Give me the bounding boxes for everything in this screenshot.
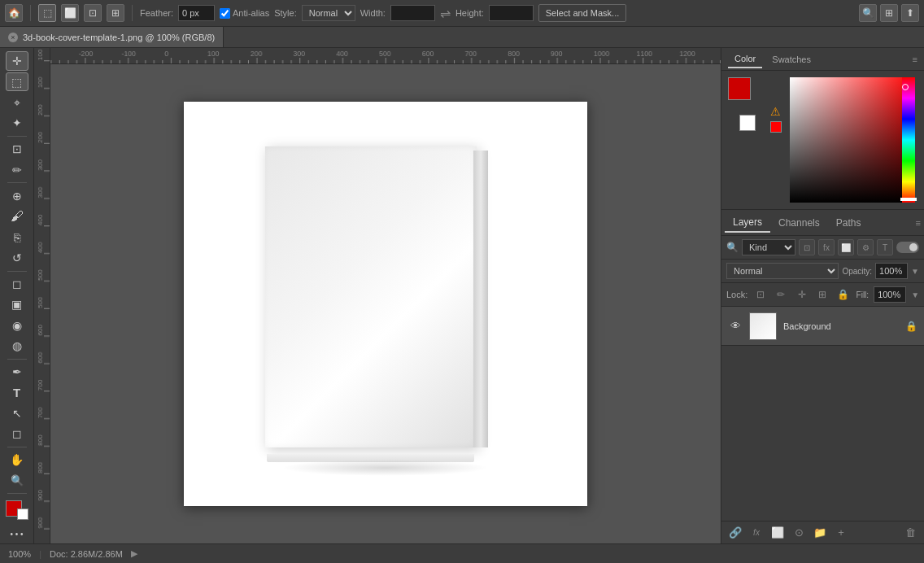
eraser-tool[interactable]: ◻ bbox=[6, 274, 28, 293]
layers-list: 👁 Background 🔒 bbox=[721, 307, 924, 521]
book-mockup bbox=[265, 146, 501, 464]
marquee-transform-icon[interactable]: ⊡ bbox=[84, 4, 102, 22]
opacity-input[interactable] bbox=[875, 263, 908, 279]
status-bar: 100% | Doc: 2.86M/2.86M ▶ bbox=[0, 543, 924, 563]
fill-label: Fill: bbox=[856, 290, 870, 299]
layer-name: Background bbox=[783, 321, 899, 331]
warning-area: ⚠ bbox=[770, 102, 782, 133]
blur-tool[interactable]: ◉ bbox=[6, 316, 28, 334]
style-select[interactable]: Normal bbox=[302, 5, 355, 21]
more-tools[interactable]: • • • bbox=[6, 525, 28, 543]
lock-move-icon[interactable]: ✛ bbox=[794, 286, 809, 303]
height-input[interactable] bbox=[489, 5, 534, 21]
fg-color-swatch[interactable] bbox=[728, 77, 751, 100]
feather-input[interactable] bbox=[178, 5, 215, 21]
book-spine bbox=[473, 151, 488, 447]
filter-pixel-icon[interactable]: ⊡ bbox=[799, 239, 815, 255]
filter-toggle[interactable] bbox=[896, 242, 919, 253]
canvas-scroll-area[interactable] bbox=[50, 64, 721, 543]
lasso-tool[interactable]: ⌖ bbox=[6, 93, 28, 111]
ruler-horizontal bbox=[34, 48, 721, 64]
left-toolbar: ✛ ⬚ ⌖ ✦ ⊡ ✏ ⊕ 🖌 ⎘ ↺ ◻ ▣ ◉ ◍ ✒ T ↖ ◻ ✋ 🔍 … bbox=[0, 48, 34, 543]
eyedropper-tool[interactable]: ✏ bbox=[6, 160, 28, 179]
adjustment-button[interactable]: ⊙ bbox=[790, 524, 808, 542]
filter-type-icon[interactable]: T bbox=[877, 239, 893, 255]
swatches-tab[interactable]: Swatches bbox=[765, 51, 817, 68]
fill-arrow[interactable]: ▼ bbox=[911, 290, 919, 299]
opacity-label: Opacity: bbox=[842, 267, 872, 276]
select-mask-button[interactable]: Select and Mask... bbox=[538, 4, 627, 22]
hue-strip[interactable] bbox=[902, 77, 915, 203]
web-safe-swatch[interactable] bbox=[770, 121, 782, 133]
swap-wh-icon[interactable]: ⇌ bbox=[440, 6, 451, 21]
path-selection-tool[interactable]: ↖ bbox=[6, 404, 28, 422]
layer-item-background[interactable]: 👁 Background 🔒 bbox=[721, 307, 924, 346]
opacity-arrow[interactable]: ▼ bbox=[911, 267, 919, 276]
tool-separator-5 bbox=[7, 447, 27, 447]
fx-button[interactable]: fx bbox=[747, 524, 765, 542]
canvas-area bbox=[34, 48, 721, 543]
crop-tool[interactable]: ⊡ bbox=[6, 140, 28, 159]
bg-color-swatch[interactable] bbox=[739, 115, 756, 131]
lock-draw-icon[interactable]: ✏ bbox=[774, 286, 789, 303]
color-tab[interactable]: Color bbox=[728, 50, 762, 68]
type-tool[interactable]: T bbox=[6, 383, 28, 402]
channels-tab[interactable]: Channels bbox=[770, 214, 828, 232]
marquee-tool[interactable]: ⬚ bbox=[6, 72, 28, 92]
gradient-tool[interactable]: ▣ bbox=[6, 295, 28, 314]
history-brush-tool[interactable]: ↺ bbox=[6, 248, 28, 267]
filter-fx-icon[interactable]: fx bbox=[818, 239, 835, 255]
clone-stamp-tool[interactable]: ⎘ bbox=[6, 228, 28, 247]
gamut-warning-icon[interactable]: ⚠ bbox=[770, 105, 782, 118]
layers-menu-icon[interactable]: ≡ bbox=[916, 218, 921, 228]
kind-filter-select[interactable]: Kind bbox=[742, 239, 795, 255]
marquee-from-center-icon[interactable]: ⊞ bbox=[107, 4, 124, 22]
status-separator: | bbox=[39, 549, 41, 559]
paths-tab[interactable]: Paths bbox=[828, 214, 870, 232]
hand-tool[interactable]: ✋ bbox=[6, 451, 28, 469]
marquee-rect-icon[interactable]: ⬚ bbox=[38, 4, 56, 22]
lock-artboard-icon[interactable]: ⊞ bbox=[815, 286, 830, 303]
group-button[interactable]: 📁 bbox=[811, 524, 829, 542]
move-tool[interactable]: ✛ bbox=[6, 51, 28, 71]
brush-tool[interactable]: 🖌 bbox=[6, 207, 28, 226]
anti-alias-checkbox[interactable] bbox=[220, 8, 230, 19]
lock-pixel-icon[interactable]: ⊡ bbox=[752, 286, 768, 303]
width-label: Width: bbox=[360, 8, 386, 18]
width-input[interactable] bbox=[390, 5, 435, 21]
canvas-document[interactable] bbox=[184, 102, 587, 506]
toolbar-bg-swatch[interactable] bbox=[17, 508, 28, 520]
magic-wand-tool[interactable]: ✦ bbox=[6, 114, 28, 133]
color-gradient-box[interactable] bbox=[790, 77, 915, 203]
toolbar-separator-1 bbox=[30, 5, 31, 21]
height-label: Height: bbox=[455, 8, 484, 18]
mask-button[interactable]: ⬜ bbox=[769, 524, 787, 542]
new-layer-button[interactable]: + bbox=[832, 524, 850, 542]
color-panel-menu[interactable]: ≡ bbox=[913, 55, 917, 64]
dodge-tool[interactable]: ◍ bbox=[6, 336, 28, 355]
filter-smart-icon[interactable]: ⚙ bbox=[857, 239, 874, 255]
status-info-arrow[interactable]: ▶ bbox=[131, 548, 137, 559]
delete-layer-button[interactable]: 🗑 bbox=[901, 524, 919, 542]
marquee-fixed-icon[interactable]: ⬜ bbox=[61, 4, 79, 22]
layer-visibility-toggle[interactable]: 👁 bbox=[728, 319, 743, 334]
blend-mode-select[interactable]: Normal bbox=[726, 263, 839, 279]
search-icon[interactable]: 🔍 bbox=[859, 4, 877, 22]
home-button[interactable]: 🏠 bbox=[5, 4, 23, 22]
healing-tool[interactable]: ⊕ bbox=[6, 186, 28, 205]
file-tab[interactable]: × 3d-book-cover-template-1.png @ 100% (R… bbox=[0, 27, 224, 47]
shape-tool[interactable]: ◻ bbox=[6, 425, 28, 443]
layers-tab[interactable]: Layers bbox=[725, 213, 770, 233]
layers-bottom-toolbar: 🔗 fx ⬜ ⊙ 📁 + 🗑 bbox=[721, 521, 924, 543]
top-toolbar: 🏠 ⬚ ⬜ ⊡ ⊞ Feather: Anti-alias Style: Nor… bbox=[0, 0, 924, 27]
zoom-tool[interactable]: 🔍 bbox=[6, 471, 28, 490]
toolbar-fg-color[interactable] bbox=[6, 500, 28, 519]
link-layers-button[interactable]: 🔗 bbox=[726, 524, 744, 542]
filter-mask-icon[interactable]: ⬜ bbox=[838, 239, 854, 255]
fill-input[interactable] bbox=[874, 286, 906, 303]
file-tab-close[interactable]: × bbox=[8, 33, 18, 42]
share-icon[interactable]: ⬆ bbox=[901, 4, 919, 22]
arrange-icon[interactable]: ⊞ bbox=[880, 4, 898, 22]
lock-all-icon[interactable]: 🔒 bbox=[835, 286, 851, 303]
pen-tool[interactable]: ✒ bbox=[6, 363, 28, 382]
